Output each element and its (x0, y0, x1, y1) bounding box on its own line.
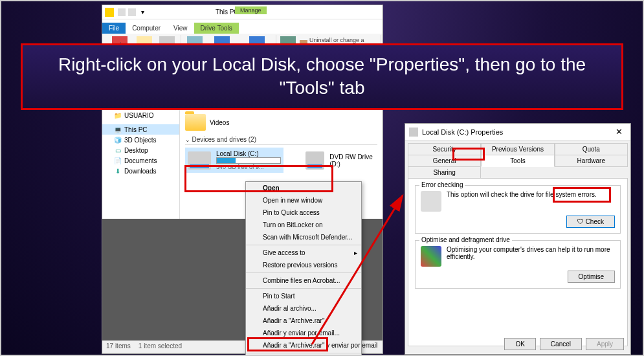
ctx-open-new-window[interactable]: Open in new window (246, 194, 361, 206)
ctx-open[interactable]: Open (246, 182, 361, 194)
ctx-defender[interactable]: Scan with Microsoft Defender... (246, 231, 361, 243)
folder-icon (105, 8, 114, 17)
ribbon-context-label: Manage (235, 6, 267, 14)
ctx-bitlocker[interactable]: Turn on BitLocker on (246, 219, 361, 231)
nav-downloads[interactable]: ⬇Downloads (102, 166, 179, 176)
tab-security[interactable]: Security (408, 143, 481, 155)
ctx-email-rar[interactable]: Añadir a "Archive.rar" y enviar por emai… (246, 339, 361, 351)
ctx-pin-quick[interactable]: Pin to Quick access (246, 206, 361, 219)
dvd-icon (305, 151, 324, 170)
check-button[interactable]: 🛡 Check (566, 216, 615, 228)
drive-dvd-rw[interactable]: DVD RW Drive (D:) (303, 148, 377, 173)
dialog-body: Error checking This option will check th… (408, 178, 628, 346)
nav-3d-objects[interactable]: 🧊3D Objects (102, 135, 179, 145)
ctx-give-access[interactable]: Give access to (246, 247, 361, 259)
tab-general[interactable]: General (408, 155, 481, 167)
tab-previous-versions[interactable]: Previous Versions (481, 143, 554, 155)
context-menu: Open Open in new window Pin to Quick acc… (245, 181, 362, 356)
apply-button[interactable]: Apply (586, 338, 624, 350)
drive-icon (188, 151, 211, 170)
properties-dialog: Local Disk (C:) Properties ✕ Security Pr… (405, 123, 631, 355)
error-checking-group: Error checking This option will check th… (415, 185, 621, 234)
drive-icon (409, 128, 418, 137)
tab-drive-tools[interactable]: Drive Tools (194, 23, 239, 34)
qat-item[interactable] (128, 8, 136, 16)
dialog-footer: OK Cancel Apply (504, 338, 624, 350)
tab-quota[interactable]: Quota (555, 143, 628, 155)
instruction-overlay: Right-click on your Local Disk, choose "… (21, 43, 623, 110)
tab-hardware[interactable]: Hardware (555, 155, 628, 167)
defrag-group: Optimise and defragment drive Optimising… (415, 240, 621, 289)
optimise-button[interactable]: Optimise (568, 271, 615, 283)
dialog-titlebar: Local Disk (C:) Properties ✕ (405, 124, 630, 140)
drive-check-icon (421, 191, 441, 212)
ctx-email-archive[interactable]: Añadir y enviar por email... (246, 327, 361, 339)
devices-header: ⌄ Devices and drives (2) (185, 136, 377, 145)
nav-this-pc[interactable]: 💻This PC (102, 124, 179, 135)
folder-videos[interactable]: Videos (185, 114, 229, 131)
tab-view[interactable]: View (167, 23, 194, 34)
titlebar: ▾ Manage This PC (102, 5, 383, 19)
ok-button[interactable]: OK (504, 338, 535, 350)
ctx-pin-start[interactable]: Pin to Start (246, 290, 361, 302)
qat-item[interactable] (118, 8, 126, 16)
ctx-add-archive[interactable]: Añadir al archivo... (246, 302, 361, 315)
shield-icon: 🛡 (577, 218, 584, 225)
nav-usuario[interactable]: 📁USUARIO (102, 110, 179, 120)
nav-desktop[interactable]: ▭Desktop (102, 145, 179, 155)
close-button[interactable]: ✕ (611, 127, 627, 137)
ctx-add-rar[interactable]: Añadir a "Archive.rar" (246, 315, 361, 327)
ctx-restore[interactable]: Restore previous versions (246, 259, 361, 271)
tab-file[interactable]: File (102, 23, 126, 34)
cancel-button[interactable]: Cancel (540, 338, 582, 350)
ribbon-tabs: File Computer View Drive Tools (102, 19, 383, 34)
dialog-tabs: Security Previous Versions Quota General… (405, 140, 630, 178)
drive-usage-bar (216, 157, 281, 164)
ctx-acrobat[interactable]: Combine files en Acrobat... (246, 274, 361, 287)
defrag-icon (421, 246, 441, 267)
nav-documents[interactable]: 📄Documents (102, 155, 179, 166)
tab-sharing[interactable]: Sharing (408, 166, 481, 179)
tab-tools[interactable]: Tools (481, 155, 554, 167)
tab-computer[interactable]: Computer (126, 23, 167, 34)
drive-local-disk-c[interactable]: Local Disk (C:) 340 GB free of 9... (185, 148, 283, 173)
